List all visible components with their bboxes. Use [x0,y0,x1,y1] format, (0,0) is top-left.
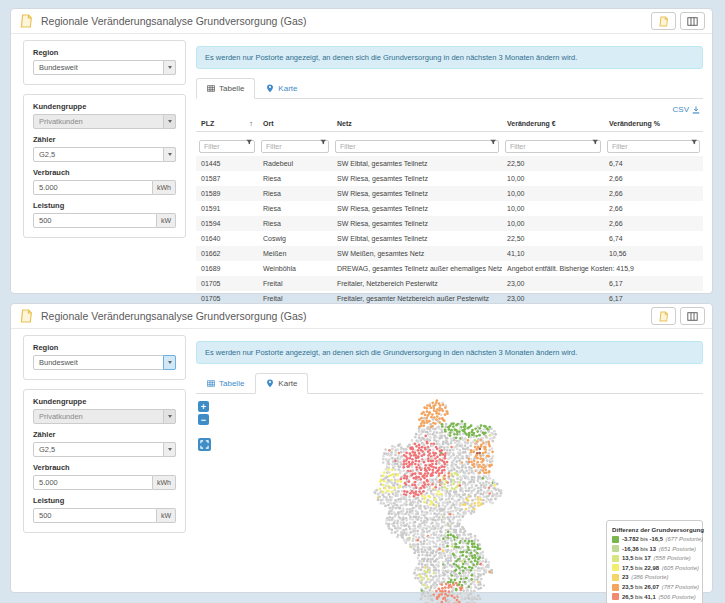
panel-header: Regionale Veränderungsanalyse Grundverso… [11,304,712,329]
chevron-down-icon[interactable] [163,442,176,457]
report-file-icon [19,14,32,28]
filter-input-change-pct[interactable] [607,140,700,153]
filter-input-change-eur[interactable] [505,140,601,153]
legend-swatch-icon [612,593,619,600]
filter-input-netz[interactable] [335,140,499,153]
table-row: 01594RiesaSW Riesa, gesamtes Teilnetz10,… [196,216,703,231]
cell-pct: 2,66 [604,216,703,231]
table-row: 01689WeinböhlaDREWAG, gesamtes Teilnetz … [196,261,703,276]
results-table: PLZ↑ Ort Netz Veränderung € Veränderung … [196,115,703,306]
chevron-down-icon[interactable] [163,355,176,370]
cell-ort: Weinböhla [258,261,332,276]
kundengruppe-label: Kundengruppe [33,102,176,111]
chevron-down-icon [163,409,176,424]
cell-eur: 10,00 [502,171,604,186]
zoom-out-button[interactable]: − [198,414,209,425]
header-toolbar [651,307,705,325]
zaehler-value: G2,5 [39,150,55,159]
cell-ort: Riesa [258,186,332,201]
columns-button[interactable] [680,307,705,325]
fullscreen-button[interactable] [198,438,211,451]
legend-swatch-icon [612,564,619,571]
map-canvas[interactable]: + − Differenz der Grundversorgung -3.782… [196,394,703,603]
cell-netz: SW Elbtal, gesamtes Teilnetz [332,156,502,171]
col-header-plz[interactable]: PLZ↑ [196,115,258,132]
content-area: Es werden nur Postorte angezeigt, an den… [196,335,703,603]
zaehler-select[interactable]: G2,5 [33,147,176,162]
report-button[interactable] [651,307,676,325]
region-box: Region Bundesweit [23,335,186,380]
region-select[interactable]: Bundesweit [33,60,176,75]
cell-netz: SW Riesa, gesamtes Teilnetz [332,186,502,201]
cell-ort: Riesa [258,216,332,231]
col-header-change-pct[interactable]: Veränderung % [604,115,703,132]
col-header-ort[interactable]: Ort [258,115,332,132]
columns-icon [687,17,698,26]
tab-tabelle[interactable]: Tabelle [196,373,255,394]
cell-plz: 01640 [196,231,258,246]
report-file-icon [658,311,668,322]
info-alert: Es werden nur Postorte angezeigt, an den… [196,341,703,364]
tab-karte[interactable]: Karte [255,373,308,394]
legend-item: 13,5 bis 17 (558 Postorte) [612,555,697,562]
filter-form: Region Bundesweit Kundengruppe Privatkun… [23,335,186,533]
chevron-down-icon[interactable] [163,60,176,75]
report-button[interactable] [651,12,676,30]
parameters-box: Kundengruppe Privatkunden Zähler G2,5 Ve… [23,94,186,238]
cell-pct: 6,74 [604,231,703,246]
region-select[interactable]: Bundesweit [33,355,176,370]
cell-eur: 10,00 [502,186,604,201]
panel-header: Regionale Veränderungsanalyse Grundverso… [11,9,712,34]
cell-pct: 6,17 [604,276,703,291]
cell-netz: SW Riesa, gesamtes Teilnetz [332,216,502,231]
kundengruppe-label: Kundengruppe [33,397,176,406]
funnel-icon [320,139,327,146]
tab-tabelle[interactable]: Tabelle [196,78,255,99]
cell-plz: 01445 [196,156,258,171]
table-row: 01662MeißenSW Meißen, gesamtes Netz41,10… [196,246,703,261]
tab-label: Tabelle [219,84,244,93]
verbrauch-label: Verbrauch [33,168,176,177]
zaehler-label: Zähler [33,135,176,144]
zaehler-select[interactable]: G2,5 [33,442,176,457]
cell-ort: Freital [258,276,332,291]
verbrauch-input[interactable] [33,475,153,490]
leistung-input[interactable] [33,213,157,228]
chevron-down-icon[interactable] [163,147,176,162]
expand-icon [200,440,209,449]
cell-pct: 2,66 [604,186,703,201]
region-box: Region Bundesweit [23,40,186,85]
cell-ort: Meißen [258,246,332,261]
cell-ort: Riesa [258,171,332,186]
germany-choropleth-map[interactable] [364,396,516,603]
table-row: 01445RadebeulSW Elbtal, gesamtes Teilnet… [196,156,703,171]
tab-label: Karte [278,379,297,388]
legend-swatch-icon [612,584,619,591]
leistung-input[interactable] [33,508,157,523]
cell-ort: Riesa [258,201,332,216]
col-header-change-eur[interactable]: Veränderung € [502,115,604,132]
columns-icon [687,312,698,321]
sort-asc-icon[interactable]: ↑ [249,119,253,128]
tab-karte[interactable]: Karte [255,78,308,99]
table-row: 01640CoswigSW Elbtal, gesamtes Teilnetz2… [196,231,703,246]
col-header-netz[interactable]: Netz [332,115,502,132]
cell-netz: Freitaler, Netzbereich Pesterwitz [332,276,502,291]
cell-pct: 10,56 [604,246,703,261]
cell-plz: 01589 [196,186,258,201]
csv-export-link[interactable]: CSV [196,105,700,114]
kundengruppe-value: Privatkunden [39,412,83,421]
table-row: 01591RiesaSW Riesa, gesamtes Teilnetz10,… [196,201,703,216]
cell-netz: SW Elbtal, gesamtes Teilnetz [332,231,502,246]
legend-item: 26,5 bis 41,1 (506 Postorte) [612,593,697,600]
cell-eur: 22,50 [502,231,604,246]
zoom-in-button[interactable]: + [198,401,209,412]
zaehler-value: G2,5 [39,445,55,454]
legend-item: -3.782 bis -16,5 (677 Postorte) [612,536,697,543]
verbrauch-input[interactable] [33,180,153,195]
legend-items: -3.782 bis -16,5 (677 Postorte)-16,36 bi… [612,536,697,603]
tab-label: Karte [278,84,297,93]
info-alert: Es werden nur Postorte angezeigt, an den… [196,46,703,69]
kundengruppe-value: Privatkunden [39,117,83,126]
columns-button[interactable] [680,12,705,30]
